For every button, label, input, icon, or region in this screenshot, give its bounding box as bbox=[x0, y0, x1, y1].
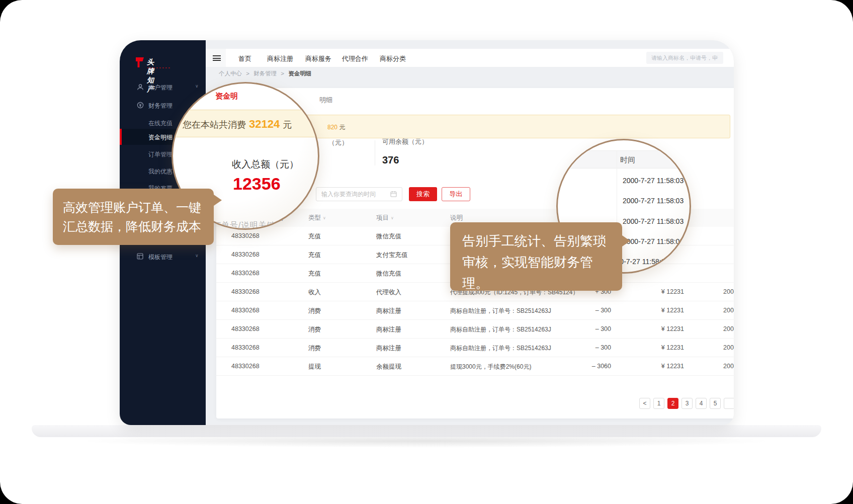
sidebar-item-template[interactable]: 模板管理 bbox=[120, 249, 206, 264]
lens-time-row: 2000-7-27 11:58:03 bbox=[623, 197, 691, 205]
breadcrumb-item[interactable]: 个人中心 bbox=[219, 70, 242, 76]
cell-order: 48330268 bbox=[231, 288, 260, 295]
table-row: 48330268 提现 余额提现 提现3000元，手续费2%(60元) – 30… bbox=[216, 357, 734, 376]
header-type-sort[interactable]: 类型 bbox=[308, 214, 326, 222]
table-row: 48330268 消费 商标注册 商标自助注册，订单号：SB2514263J –… bbox=[216, 320, 734, 339]
table-row: 48330268 消费 商标注册 商标自助注册，订单号：SB2514263J –… bbox=[216, 301, 734, 320]
cell-balance: ¥ 12231 bbox=[619, 344, 684, 351]
chevron-down-icon bbox=[195, 83, 199, 89]
cell-time: 2000-7-27 11:58:03 bbox=[723, 325, 734, 332]
breadcrumb-separator: > bbox=[246, 70, 249, 76]
cell-type: 收入 bbox=[308, 288, 321, 297]
callout-line: 告别手工统计、告别繁琐 bbox=[462, 230, 622, 251]
top-navbar: 首页 商标注册 商标服务 代理合作 商标分类 bbox=[206, 49, 734, 67]
sidebar-item-label: 财务管理 bbox=[148, 102, 173, 110]
corner-disc bbox=[809, 0, 853, 44]
template-icon bbox=[137, 253, 143, 260]
callout-line: 高效管理账户订单、一键 bbox=[63, 198, 214, 217]
marketing-stage: 头牌知产 账户管理 财务管理 在线充值 bbox=[0, 0, 853, 504]
tab-fragment[interactable]: 明细 bbox=[319, 96, 332, 105]
cell-order: 48330268 bbox=[231, 344, 260, 351]
header-item-sort[interactable]: 项目 bbox=[376, 214, 394, 222]
cell-amount: – 3060 bbox=[551, 363, 611, 370]
breadcrumb-current: 资金明细 bbox=[288, 70, 311, 76]
pagination-page-1[interactable]: 1 bbox=[653, 398, 664, 409]
lens-income-label: 收入总额（元） bbox=[232, 158, 299, 171]
sidebar-item-label: 模板管理 bbox=[148, 253, 173, 262]
cell-balance: ¥ 12231 bbox=[619, 325, 684, 332]
nav-item-trademark-service[interactable]: 商标服务 bbox=[305, 54, 331, 63]
cell-type: 充值 bbox=[308, 270, 321, 278]
nav-item-trademark-register[interactable]: 商标注册 bbox=[267, 54, 293, 63]
cell-type: 消费 bbox=[308, 325, 321, 334]
nav-item-agent-cooperation[interactable]: 代理合作 bbox=[342, 54, 368, 63]
search-button[interactable]: 搜索 bbox=[409, 187, 437, 201]
cell-order: 48330268 bbox=[231, 270, 260, 277]
cell-item: 代理收入 bbox=[376, 288, 401, 297]
lens-banner-unit: 元 bbox=[283, 120, 292, 130]
global-search-input[interactable] bbox=[646, 52, 723, 64]
cell-item: 商标注册 bbox=[376, 344, 401, 353]
breadcrumb-item[interactable]: 财务管理 bbox=[253, 70, 277, 76]
cell-order: 48330268 bbox=[231, 325, 260, 332]
laptop-base bbox=[32, 425, 821, 437]
lens-time-row: 2000-7-27 11:58:03 bbox=[623, 217, 691, 225]
breadcrumb: 个人中心 > 财务管理 > 资金明细 bbox=[219, 70, 311, 77]
lens-banner-amount: 32124 bbox=[249, 118, 280, 130]
cell-desc: 商标自助注册，订单号：SB2514263J bbox=[450, 325, 551, 334]
cell-time: 2000-7-27 11:58:03 bbox=[723, 288, 734, 295]
hamburger-icon[interactable] bbox=[213, 55, 221, 61]
nav-item-trademark-category[interactable]: 商标分类 bbox=[380, 54, 406, 63]
cell-type: 充值 bbox=[308, 232, 321, 241]
pagination-page-2-active[interactable]: 2 bbox=[667, 398, 678, 409]
breadcrumb-separator: > bbox=[281, 70, 284, 76]
cell-item: 商标注册 bbox=[376, 307, 401, 315]
lens-banner-prefix: 您在本站共消费 bbox=[183, 120, 246, 130]
cell-desc: 提现3000元，手续费2%(60元) bbox=[450, 363, 531, 371]
sidebar-item-account[interactable]: 账户管理 bbox=[120, 79, 206, 95]
callout-right: 告别手工统计、告别繁琐 审核，实现智能财务管 理。 bbox=[450, 222, 622, 291]
pagination-next-clipped[interactable] bbox=[724, 398, 734, 409]
cell-item: 微信充值 bbox=[376, 270, 401, 278]
cell-desc: 商标自助注册，订单号：SB2514263J bbox=[450, 344, 551, 353]
cell-balance: ¥ 12231 bbox=[619, 288, 684, 295]
cell-balance: ¥ 12231 bbox=[619, 307, 684, 314]
date-query-input[interactable] bbox=[316, 187, 402, 201]
lens-income-value: 12356 bbox=[233, 174, 281, 194]
callout-left: 高效管理账户订单、一键 汇总数据，降低财务成本 bbox=[53, 189, 214, 245]
callout-line: 汇总数据，降低财务成本 bbox=[63, 217, 214, 236]
sidebar-item-label: 账户管理 bbox=[148, 83, 173, 92]
callout-arrow-icon bbox=[622, 235, 630, 246]
callout-arrow-icon bbox=[214, 195, 222, 206]
cell-amount: – 300 bbox=[551, 325, 611, 332]
cell-type: 提现 bbox=[308, 363, 321, 371]
banner-tail-number: 820 bbox=[327, 124, 337, 131]
cell-amount: – 300 bbox=[551, 307, 611, 314]
finance-icon bbox=[137, 102, 144, 109]
pagination-prev[interactable]: < bbox=[639, 398, 650, 409]
cell-time: 2000-7-27 11:58:03 bbox=[723, 363, 734, 370]
sidebar-child-label: 在线充值 bbox=[148, 119, 173, 128]
callout-line: 审核，实现智能财务管 bbox=[462, 251, 622, 273]
pagination-page-4[interactable]: 4 bbox=[696, 398, 707, 409]
cell-time: 2000-7-27 11:58:03 bbox=[723, 307, 734, 314]
cell-type: 充值 bbox=[308, 251, 321, 260]
cell-time: 2000-7-27 11:58:03 bbox=[723, 344, 734, 351]
banner-tail-unit: 元 bbox=[337, 124, 345, 131]
cell-amount: – 300 bbox=[551, 344, 611, 351]
sidebar-child-label: 资金明细 bbox=[148, 133, 173, 142]
banner-tail: 820 元 bbox=[327, 123, 345, 132]
nav-item-home[interactable]: 首页 bbox=[238, 54, 251, 63]
lens-time-row: 2000-7-27 11:58:03 bbox=[623, 177, 691, 185]
sidebar-child-label: 订单管理 bbox=[148, 150, 173, 159]
pagination-page-3[interactable]: 3 bbox=[681, 398, 693, 409]
calendar-icon bbox=[390, 191, 397, 197]
cell-order: 48330268 bbox=[231, 232, 260, 239]
corner-disc bbox=[0, 0, 44, 44]
export-button[interactable]: 导出 bbox=[442, 187, 470, 201]
pagination: < 1 2 3 4 5 bbox=[639, 398, 734, 409]
callout-line: 理。 bbox=[462, 273, 622, 294]
pagination-page-5[interactable]: 5 bbox=[710, 398, 721, 409]
header-desc: 说明 bbox=[450, 214, 463, 222]
cell-order: 48330268 bbox=[231, 363, 260, 370]
